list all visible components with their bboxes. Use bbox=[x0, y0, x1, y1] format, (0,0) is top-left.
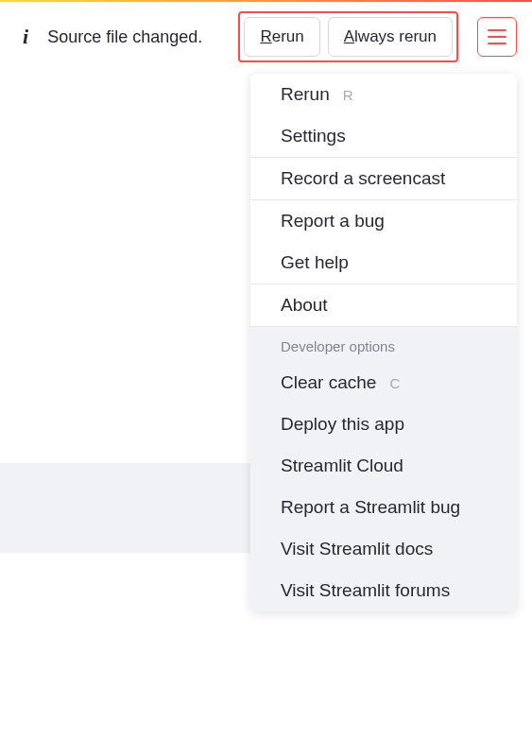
rerun-label: erun bbox=[272, 27, 304, 45]
highlight-box: Rerun Always rerun bbox=[238, 11, 458, 62]
menu-item-visit-docs[interactable]: Visit Streamlit docs bbox=[250, 528, 517, 570]
shortcut-key: R bbox=[343, 87, 353, 103]
menu-item-label: Visit Streamlit docs bbox=[281, 539, 433, 559]
menu-item-visit-forums[interactable]: Visit Streamlit forums bbox=[250, 570, 517, 611]
menu-item-report-streamlit-bug[interactable]: Report a Streamlit bug bbox=[250, 487, 517, 528]
menu-item-label: Record a screencast bbox=[281, 168, 445, 189]
source-changed-text: Source file changed. bbox=[47, 27, 227, 47]
menu-item-label: Report a bug bbox=[281, 211, 385, 232]
menu-section-2: Record a screencast bbox=[250, 158, 517, 200]
shortcut-key: C bbox=[389, 375, 400, 391]
menu-item-rerun[interactable]: Rerun R bbox=[250, 74, 517, 115]
rerun-prefix: R bbox=[260, 27, 271, 45]
menu-item-deploy-app[interactable]: Deploy this app bbox=[250, 404, 517, 445]
menu-item-label: Get help bbox=[281, 252, 349, 273]
always-rerun-prefix: A bbox=[344, 27, 354, 45]
dropdown-menu: Rerun R Settings Record a screencast Rep… bbox=[250, 74, 517, 611]
menu-item-label: About bbox=[281, 295, 328, 316]
always-rerun-button[interactable]: Always rerun bbox=[328, 17, 453, 57]
hamburger-menu-button[interactable] bbox=[477, 17, 517, 57]
menu-item-record-screencast[interactable]: Record a screencast bbox=[250, 158, 517, 199]
menu-item-label: Streamlit Cloud bbox=[281, 455, 403, 476]
menu-item-label: Clear cache bbox=[281, 372, 376, 393]
header: i Source file changed. Rerun Always reru… bbox=[0, 0, 532, 74]
info-icon: i bbox=[15, 25, 36, 49]
menu-item-about[interactable]: About bbox=[250, 284, 517, 326]
menu-section-3: Report a bug Get help bbox=[250, 200, 517, 284]
rerun-button[interactable]: Rerun bbox=[244, 17, 319, 57]
menu-item-clear-cache[interactable]: Clear cache C bbox=[250, 362, 517, 404]
menu-item-label: Settings bbox=[281, 126, 346, 146]
background-band bbox=[0, 463, 250, 553]
menu-item-report-bug[interactable]: Report a bug bbox=[250, 200, 517, 242]
menu-item-streamlit-cloud[interactable]: Streamlit Cloud bbox=[250, 445, 517, 487]
menu-item-label: Rerun bbox=[281, 84, 330, 105]
menu-item-label: Visit Streamlit forums bbox=[281, 580, 450, 601]
menu-item-settings[interactable]: Settings bbox=[250, 115, 517, 157]
developer-options-header: Developer options bbox=[250, 327, 517, 362]
always-rerun-label: lways rerun bbox=[354, 27, 437, 45]
top-accent-bar bbox=[0, 0, 532, 2]
hamburger-icon bbox=[488, 29, 506, 44]
menu-section-1: Rerun R Settings bbox=[250, 74, 517, 158]
menu-item-label: Report a Streamlit bug bbox=[281, 497, 460, 518]
developer-section: Developer options Clear cache C Deploy t… bbox=[250, 327, 517, 611]
menu-section-4: About bbox=[250, 284, 517, 327]
menu-item-get-help[interactable]: Get help bbox=[250, 242, 517, 284]
menu-item-label: Deploy this app bbox=[281, 414, 404, 435]
